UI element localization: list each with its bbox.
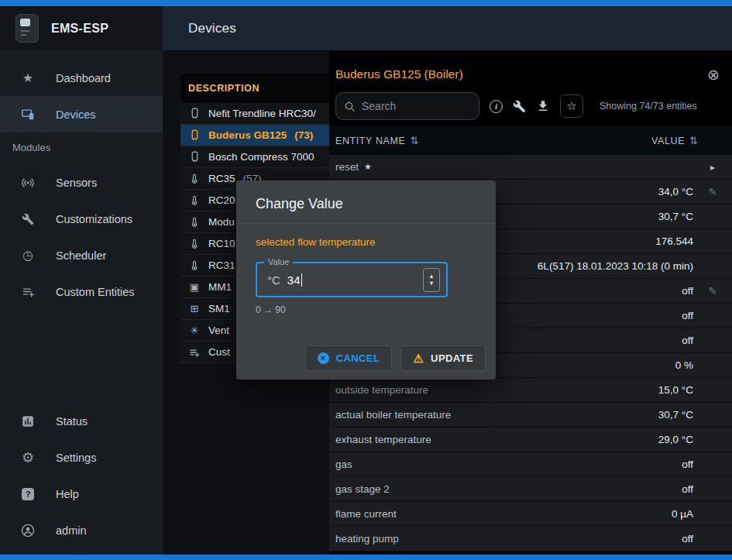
edit-icon[interactable]: ✎ [709,186,717,198]
fan-icon: ✳ [188,325,201,336]
cancel-button[interactable]: × CANCEL [305,345,393,371]
thermostat-icon [188,260,201,271]
entity-row[interactable]: actual boiler temperature 30,7 °C [329,403,732,428]
entity-value: 15,0 °C [658,384,693,396]
entity-value: 0 % [675,359,693,371]
entity-value: off [682,310,693,321]
boiler-icon [188,151,201,163]
sort-icon[interactable]: ⇅ [689,135,698,146]
sidebar-item-dashboard[interactable]: ★ Dashboard [0,60,163,96]
entity-name: outside temperature [335,384,428,396]
entity-row[interactable]: exhaust temperature 29,0 °C [329,428,732,452]
entity-value: off [682,533,693,545]
tools-icon[interactable] [513,100,526,113]
device-row-selected[interactable]: Buderus GB125 (73) [180,125,330,146]
thermostat-icon [188,239,201,249]
sort-icon[interactable]: ⇅ [410,135,418,146]
description-column-header: DESCRIPTION [188,83,259,94]
entity-row[interactable]: outside temperature 15,0 °C [329,378,732,403]
bar-chart-icon [20,415,36,428]
dialog-body: selected flow temperature Value °C 34 ▲ … [236,224,496,315]
text-caret [301,273,303,287]
entity-name-column-header[interactable]: ENTITY NAME [335,136,405,146]
warning-icon: ⚠ [413,352,424,364]
device-name: RC10 [208,238,235,249]
sidebar-item-label: Scheduler [56,249,106,262]
update-button[interactable]: ⚠ UPDATE [400,345,486,371]
sidebar-item-help[interactable]: ? Help [0,476,163,512]
value-input[interactable]: 34 [287,273,301,287]
clock-icon: ◷ [20,248,36,263]
gear-icon: ⚙ [20,449,36,466]
value-field[interactable]: Value °C 34 ▲ ▼ [256,262,448,297]
entity-name: heating pump [335,533,399,545]
device-row[interactable]: Bosch Compress 7000 [180,146,330,168]
chevron-right-icon[interactable]: ▸ [710,162,715,173]
entity-row[interactable]: heating pump off [329,527,732,551]
page-title: Devices [188,21,236,36]
sidebar-item-admin[interactable]: admin [0,512,163,548]
device-row[interactable]: Nefit Trendline HRC30/ [180,103,330,125]
sidebar-item-custom-entities[interactable]: Custom Entities [0,273,163,310]
close-icon[interactable]: ⊗ [707,67,720,82]
sidebar-item-settings[interactable]: ⚙ Settings [0,439,163,476]
device-name: Vent [208,325,229,336]
value-field-label: Value [264,257,293,266]
device-list-header: DESCRIPTION [180,74,330,103]
entity-toolbar: i ☆ Showing 74/73 entities [329,92,732,120]
entity-value: 0 µA [672,508,693,520]
entity-row[interactable]: gas stage 2 off [329,477,732,502]
device-count: (73) [294,129,313,141]
entity-panel-title: Buderus GB125 (Boiler) [329,50,732,81]
boiler-icon [188,129,201,141]
thermostat-icon [188,173,201,184]
devices-icon [20,108,36,122]
account-icon [20,524,36,538]
entity-value: 30,7 °C [658,211,693,222]
sidebar-item-label: Status [56,415,88,428]
device-name: Nefit Trendline HRC30/ [208,108,316,119]
entity-value: 6L(517) 18.01.2023 10:18 (0 min) [538,260,693,272]
favorites-filter-icon[interactable]: ☆ [560,94,583,118]
stepper-down-icon[interactable]: ▼ [428,280,434,287]
sidebar-item-scheduler[interactable]: ◷ Scheduler [0,237,163,273]
sidebar-item-label: Devices [56,108,96,121]
entity-name: gas [335,459,352,470]
sidebar-item-status[interactable]: Status [0,403,163,439]
device-name: Cust [208,346,230,358]
entity-row[interactable]: flame current 0 µA [329,502,732,527]
entity-value: 29,0 °C [658,434,693,445]
sidebar: EMS-ESP ★ Dashboard Devices Modules [0,6,163,555]
device-name: Bosch Compress 7000 [208,151,314,163]
entity-name: exhaust temperature [335,434,431,445]
favorite-star-icon: ★ [364,162,372,172]
solar-module-icon: ⊞ [188,303,201,314]
download-icon[interactable] [536,99,550,113]
device-name: RC20 [208,194,235,206]
change-value-dialog: Change Value selected flow temperature V… [236,180,496,380]
dialog-title: Change Value [236,180,496,224]
stepper-up-icon[interactable]: ▲ [428,273,434,280]
device-name: RC35 [208,173,235,184]
sidebar-item-sensors[interactable]: Sensors [0,164,163,201]
entity-row[interactable]: reset★ ▸ [329,155,732,180]
entity-value: 34,0 °C [658,186,693,198]
entity-value: 30,7 °C [658,409,693,421]
info-icon[interactable]: i [490,100,503,113]
device-name: SM1 [208,303,230,314]
sidebar-item-customizations[interactable]: Customizations [0,201,163,237]
entity-row[interactable]: gas off [329,452,732,477]
boiler-icon [188,108,201,119]
star-icon: ★ [20,70,36,85]
entity-search[interactable] [335,92,479,120]
thermostat-icon [188,217,201,228]
sidebar-item-devices[interactable]: Devices [0,96,163,132]
update-button-label: UPDATE [431,352,473,364]
edit-icon[interactable]: ✎ [709,285,717,297]
number-stepper[interactable]: ▲ ▼ [423,268,440,292]
entity-name: flame current [335,508,397,520]
value-column-header[interactable]: VALUE [651,136,685,146]
entity-name: actual boiler temperature [335,409,451,421]
sidebar-item-label: Help [56,488,79,500]
search-input[interactable] [362,100,471,112]
